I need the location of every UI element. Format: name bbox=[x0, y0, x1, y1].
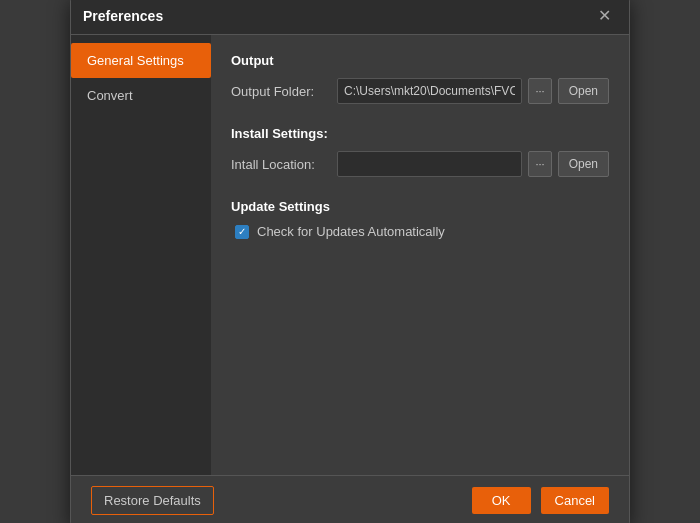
install-location-row: Intall Location: ··· Open bbox=[231, 151, 609, 177]
check-updates-label: Check for Updates Automatically bbox=[257, 224, 445, 239]
title-bar: Preferences ✕ bbox=[71, 0, 629, 35]
footer: Restore Defaults OK Cancel bbox=[71, 475, 629, 523]
close-button[interactable]: ✕ bbox=[592, 6, 617, 26]
install-location-input[interactable] bbox=[337, 151, 522, 177]
preferences-dialog: Preferences ✕ General Settings Convert O… bbox=[70, 0, 630, 523]
output-browse-button[interactable]: ··· bbox=[528, 78, 551, 104]
sidebar-item-general-settings[interactable]: General Settings bbox=[71, 43, 211, 78]
output-folder-input[interactable] bbox=[337, 78, 522, 104]
install-browse-button[interactable]: ··· bbox=[528, 151, 551, 177]
cancel-button[interactable]: Cancel bbox=[541, 487, 609, 514]
output-folder-row: Output Folder: ··· Open bbox=[231, 78, 609, 104]
footer-right-buttons: OK Cancel bbox=[472, 487, 609, 514]
output-section-title: Output bbox=[231, 53, 609, 68]
sidebar: General Settings Convert bbox=[71, 35, 211, 475]
update-section-title: Update Settings bbox=[231, 199, 609, 214]
install-section-title: Install Settings: bbox=[231, 126, 609, 141]
check-updates-checkbox[interactable] bbox=[235, 225, 249, 239]
ok-button[interactable]: OK bbox=[472, 487, 531, 514]
main-content: Output Output Folder: ··· Open Install S… bbox=[211, 35, 629, 475]
output-folder-label: Output Folder: bbox=[231, 84, 331, 99]
dialog-body: General Settings Convert Output Output F… bbox=[71, 35, 629, 475]
install-open-button[interactable]: Open bbox=[558, 151, 609, 177]
restore-defaults-button[interactable]: Restore Defaults bbox=[91, 486, 214, 515]
dialog-title: Preferences bbox=[83, 8, 163, 24]
output-open-button[interactable]: Open bbox=[558, 78, 609, 104]
check-updates-row[interactable]: Check for Updates Automatically bbox=[235, 224, 609, 239]
install-location-label: Intall Location: bbox=[231, 157, 331, 172]
sidebar-item-convert[interactable]: Convert bbox=[71, 78, 211, 113]
